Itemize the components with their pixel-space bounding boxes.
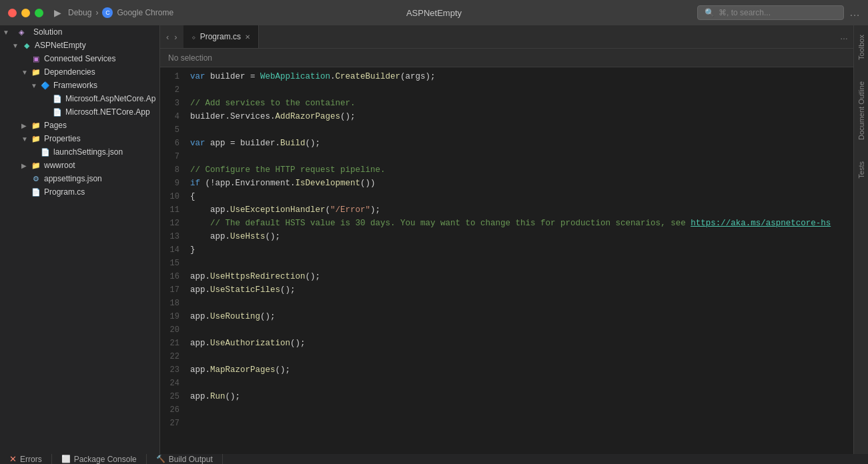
package-console-tab[interactable]: ⬜ Package Console: [52, 454, 147, 464]
sidebar-item-launchsettings[interactable]: 📄 launchSettings.json: [0, 145, 159, 159]
search-placeholder: ⌘, to search...: [719, 8, 771, 17]
code-line-10: 10{: [160, 190, 853, 203]
breadcrumb-separator: ›: [95, 8, 98, 17]
code-line-6: 6var app = builder.Build();: [160, 137, 853, 150]
solution-header[interactable]: ▼ ◈ Solution: [0, 25, 159, 39]
code-line-26: 26: [160, 403, 853, 417]
line-number: 18: [160, 297, 190, 310]
search-box[interactable]: 🔍 ⌘, to search...: [697, 5, 844, 20]
sidebar-item-connected-services[interactable]: ▣ Connected Services: [0, 52, 159, 65]
line-content[interactable]: }: [190, 243, 853, 257]
line-number: 6: [160, 137, 190, 150]
sidebar-item-program-cs[interactable]: 📄 Program.cs: [0, 185, 159, 199]
code-line-16: 16app.UseHttpsRedirection();: [160, 270, 853, 283]
dependencies-icon: 📁: [31, 67, 41, 77]
code-line-5: 5: [160, 123, 853, 137]
line-number: 5: [160, 123, 190, 137]
line-number: 19: [160, 310, 190, 323]
bottom-panel-tabs: ✕ Errors ⬜ Package Console 🔨 Build Outpu…: [0, 454, 868, 464]
line-content[interactable]: var builder = WebApplication.CreateBuild…: [190, 70, 853, 83]
document-outline-panel-button[interactable]: Document Outline: [856, 77, 867, 144]
chrome-icon: C: [102, 7, 113, 18]
sidebar-item-aspnetcore[interactable]: 📄 Microsoft.AspNetCore.Ap: [0, 92, 159, 105]
properties-icon: 📁: [31, 133, 41, 144]
errors-tab[interactable]: ✕ Errors: [0, 454, 52, 464]
sidebar-item-wwwroot[interactable]: ▶ 📁 wwwroot: [0, 159, 159, 172]
maximize-button[interactable]: [35, 9, 43, 17]
code-line-22: 22: [160, 350, 853, 363]
frameworks-label: Frameworks: [53, 81, 97, 90]
line-content[interactable]: builder.Services.AddRazorPages();: [190, 110, 853, 123]
sidebar-item-netcore[interactable]: 📄 Microsoft.NETCore.App: [0, 105, 159, 119]
code-editor[interactable]: 1var builder = WebApplication.CreateBuil…: [160, 67, 853, 454]
line-number: 7: [160, 150, 190, 163]
window-title: ASPNetEmpty: [406, 8, 462, 18]
line-content[interactable]: app.MapRazorPages();: [190, 363, 853, 377]
no-selection-bar: No selection: [160, 49, 853, 67]
play-button[interactable]: ▶: [54, 7, 61, 18]
sidebar-item-frameworks[interactable]: ▼ 🔷 Frameworks: [0, 79, 159, 92]
properties-label: Properties: [44, 134, 81, 143]
connected-services-icon: ▣: [31, 53, 41, 64]
code-line-24: 24: [160, 377, 853, 390]
debug-label: Debug: [68, 8, 91, 17]
line-content[interactable]: if (!app.Environment.IsDevelopment()): [190, 177, 853, 190]
dependencies-label: Dependencies: [44, 67, 95, 77]
line-content[interactable]: app.UseAuthorization();: [190, 337, 853, 350]
editor-and-right: ‹ › ⬦ Program.cs ✕ … No selection 1var b…: [160, 25, 868, 454]
line-content[interactable]: // Configure the HTTP request pipeline.: [190, 163, 853, 177]
tab-nav-prev[interactable]: ‹: [164, 32, 171, 42]
more-button[interactable]: …: [849, 7, 860, 19]
item-arrow: ▼: [21, 135, 31, 143]
search-icon: 🔍: [705, 8, 715, 17]
titlebar: ▶ Debug › C Google Chrome ASPNetEmpty 🔍 …: [0, 0, 868, 25]
sidebar-item-dependencies[interactable]: ▼ 📁 Dependencies: [0, 65, 159, 79]
line-content[interactable]: // Add services to the container.: [190, 97, 853, 110]
solution-arrow: ▼: [3, 29, 12, 36]
line-content[interactable]: var app = builder.Build();: [190, 137, 853, 150]
code-line-14: 14}: [160, 243, 853, 257]
debug-breadcrumb: Debug › C Google Chrome: [68, 7, 173, 18]
package-icon: ⬜: [61, 455, 71, 463]
sidebar-item-appsettings[interactable]: ⚙ appsettings.json: [0, 172, 159, 185]
line-number: 8: [160, 163, 190, 177]
chrome-label: Google Chrome: [117, 8, 173, 17]
code-line-1: 1var builder = WebApplication.CreateBuil…: [160, 70, 853, 83]
line-number: 9: [160, 177, 190, 190]
line-content[interactable]: app.UseExceptionHandler("/Error");: [190, 203, 853, 217]
tests-panel-button[interactable]: Tests: [856, 157, 867, 183]
sidebar: ▼ ◈ Solution ▼ ◆ ASPNetEmpty ▣ Connected…: [0, 25, 160, 454]
code-line-25: 25app.Run();: [160, 390, 853, 403]
code-line-20: 20: [160, 323, 853, 337]
code-line-11: 11 app.UseExceptionHandler("/Error");: [160, 203, 853, 217]
build-output-tab[interactable]: 🔨 Build Output: [147, 454, 223, 464]
line-number: 21: [160, 337, 190, 350]
tab-program-cs[interactable]: ⬦ Program.cs ✕: [183, 25, 259, 48]
appsettings-label: appsettings.json: [44, 174, 102, 183]
close-button[interactable]: [8, 9, 17, 17]
toolbox-panel-button[interactable]: Toolbox: [856, 31, 867, 64]
appsettings-icon: ⚙: [31, 173, 41, 184]
line-content[interactable]: app.UseRouting();: [190, 310, 853, 323]
build-icon: 🔨: [156, 455, 165, 463]
line-number: 12: [160, 217, 190, 230]
sidebar-item-aspnetempty-root[interactable]: ▼ ◆ ASPNetEmpty: [0, 39, 159, 52]
line-number: 17: [160, 283, 190, 297]
line-content[interactable]: {: [190, 190, 853, 203]
sidebar-item-pages[interactable]: ▶ 📁 Pages: [0, 119, 159, 132]
sidebar-item-properties[interactable]: ▼ 📁 Properties: [0, 132, 159, 145]
code-line-9: 9if (!app.Environment.IsDevelopment()): [160, 177, 853, 190]
tab-nav-next[interactable]: ›: [172, 32, 179, 42]
line-content[interactable]: // The default HSTS value is 30 days. Yo…: [190, 217, 853, 230]
tab-overflow-button[interactable]: …: [835, 25, 853, 48]
minimize-button[interactable]: [21, 9, 30, 17]
code-line-17: 17app.UseStaticFiles();: [160, 283, 853, 297]
tab-close-icon[interactable]: ✕: [245, 33, 250, 41]
line-content[interactable]: app.UseHttpsRedirection();: [190, 270, 853, 283]
line-content[interactable]: app.Run();: [190, 390, 853, 403]
code-line-7: 7: [160, 150, 853, 163]
right-sidebar: Toolbox Document Outline Tests: [853, 25, 868, 454]
line-content[interactable]: app.UseHsts();: [190, 230, 853, 243]
item-arrow: ▶: [21, 162, 31, 169]
line-content[interactable]: app.UseStaticFiles();: [190, 283, 853, 297]
